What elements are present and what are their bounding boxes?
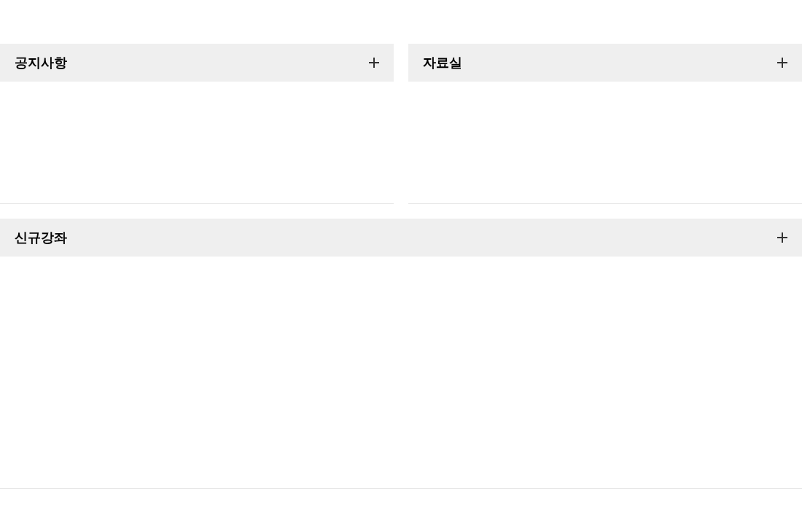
plus-icon[interactable] xyxy=(777,58,787,68)
new-course-panel-body xyxy=(0,257,802,488)
plus-icon[interactable] xyxy=(369,58,379,68)
archive-panel-body xyxy=(408,82,802,203)
new-course-panel-header: 신규강좌 xyxy=(0,219,802,257)
archive-panel: 자료실 xyxy=(408,44,802,204)
notice-panel-body xyxy=(0,82,394,203)
plus-icon[interactable] xyxy=(777,232,787,243)
main-container: 공지사항 자료실 신규강좌 xyxy=(0,0,802,489)
new-course-panel: 신규강좌 xyxy=(0,219,802,489)
archive-panel-title: 자료실 xyxy=(423,54,462,71)
top-row: 공지사항 자료실 xyxy=(0,44,802,204)
notice-panel-title: 공지사항 xyxy=(15,54,67,71)
new-course-panel-title: 신규강좌 xyxy=(15,229,67,246)
notice-panel-header: 공지사항 xyxy=(0,44,394,82)
archive-panel-header: 자료실 xyxy=(408,44,802,82)
notice-panel: 공지사항 xyxy=(0,44,394,204)
